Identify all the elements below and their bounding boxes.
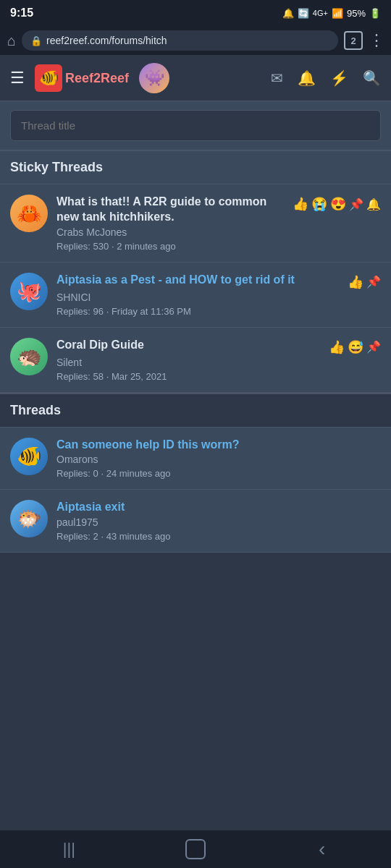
replies-label-4: Replies: [56,468,93,479]
replies-label-3: Replies: [56,371,93,382]
nav-home[interactable] [185,839,206,859]
thread-time-5: 43 minutes ago [106,531,171,542]
thread-time-4: 24 minutes ago [106,468,171,479]
dot-separator-5: · [98,531,106,542]
replies-label-1: Replies: [56,241,93,252]
thread-icons-3: 👍 😅 📌 [329,339,381,355]
replies-count-5: 2 [93,531,98,542]
thread-title-5: Aiptasia exit [56,500,381,515]
pin-icon-3: 📌 [366,340,381,354]
thread-author-4: Omarons [56,454,381,465]
thread-time-2: Friday at 11:36 PM [112,306,191,317]
browser-home-icon[interactable]: ⌂ [7,33,16,49]
alarm-icon: 🔔 [282,8,294,19]
thread-content-3: Coral Dip Guide 👍 😅 📌 Silent Replies: 58… [56,338,381,382]
thread-5[interactable]: 🐡 Aiptasia exit paul1975 Replies: 2 · 43… [0,490,391,553]
tab-count[interactable]: 2 [344,31,363,50]
dot-separator-3: · [104,371,112,382]
logo-box: 🐠 [35,64,62,92]
grin-sweat-emoji: 😅 [348,339,363,355]
header-icons: ✉ 🔔 ⚡ 🔍 [271,69,381,87]
logo-area[interactable]: 🐠 Reef2Reef [35,64,129,92]
thread-meta-2: Replies: 96 · Friday at 11:36 PM [56,306,381,317]
refresh-icon: 🔄 [298,8,309,19]
battery-icon: 🔋 [369,8,381,19]
lightning-icon[interactable]: ⚡ [330,69,348,87]
status-bar: 9:15 🔔 🔄 4G+ 📶 95% 🔋 [0,0,391,26]
thread-author-5: paul1975 [56,516,381,528]
logo-text: Reef2Reef [65,71,129,86]
thread-meta-5: Replies: 2 · 43 minutes ago [56,531,381,542]
url-text: reef2reef.com/forums/hitch [46,35,167,46]
thread-time-1: 2 minutes ago [117,241,176,252]
search-icon[interactable]: 🔍 [363,69,381,87]
thread-avatar-4: 🐠 [10,438,48,475]
thread-content-2: Aiptasia as a Pest - and HOW to get rid … [56,273,381,317]
status-time: 9:15 [10,7,33,20]
logo-fish-icon: 🐠 [39,69,59,88]
sticky-threads-title: Sticky Threads [10,160,103,174]
thread-author-3: Silent [56,357,381,368]
lock-icon: 🔒 [30,35,42,46]
heart-eyes-emoji: 😍 [330,196,346,212]
search-section [0,101,391,151]
replies-label-2: Replies: [56,306,93,317]
thread-meta-4: Replies: 0 · 24 minutes ago [56,468,381,479]
dot-separator-4: · [98,468,106,479]
replies-count-4: 0 [93,468,98,479]
replies-count-1: 530 [93,241,109,252]
dot-separator-1: · [109,241,117,252]
sticky-thread-1[interactable]: 🦀 What is that!! A R2R guide to common n… [0,184,391,263]
thread-avatar-2: 🐙 [10,273,48,310]
thread-avatar-5: 🐡 [10,500,48,537]
battery-text: 95% [347,8,366,19]
browser-bar: ⌂ 🔒 reef2reef.com/forums/hitch 2 ⋮ [0,26,391,56]
thread-content-4: Can someone help ID this worm? Omarons R… [56,438,381,480]
thread-title-1: What is that!! A R2R guide to common new… [56,195,287,225]
site-header: ☰ 🐠 Reef2Reef 👾 ✉ 🔔 ⚡ 🔍 [0,56,391,101]
thread-title-search[interactable] [10,110,381,141]
signal-bars: 📶 [332,8,343,19]
thread-author-1: Crabs McJones [56,226,381,238]
thread-author-2: SHNICI [56,292,381,303]
thread-icons-2: 👍 📌 [348,274,381,290]
pin-icon-2: 📌 [366,275,381,289]
thumbs-up-icon-2: 👍 [348,274,363,290]
user-avatar[interactable]: 👾 [139,63,169,93]
notification-bell-icon[interactable]: 🔔 [298,69,316,87]
replies-label-5: Replies: [56,531,93,542]
thumbs-up-icon: 👍 [293,196,308,212]
thread-content-5: Aiptasia exit paul1975 Replies: 2 · 43 m… [56,500,381,542]
hamburger-icon[interactable]: ☰ [10,69,25,88]
mail-icon[interactable]: ✉ [271,69,283,87]
thread-avatar-1: 🦀 [10,195,48,232]
threads-section-header: Threads [0,393,391,427]
bell-icon-1: 🔔 [366,197,381,211]
thumbs-up-icon-3: 👍 [329,339,345,355]
dot-separator-2: · [104,306,112,317]
signal-icon: 4G+ [313,9,328,17]
thread-title-2: Aiptasia as a Pest - and HOW to get rid … [56,273,342,288]
thread-title-3: Coral Dip Guide [56,338,323,353]
thread-content-1: What is that!! A R2R guide to common new… [56,195,381,252]
bottom-nav: ||| ‹ [0,830,391,868]
url-box[interactable]: 🔒 reef2reef.com/forums/hitch [22,30,338,51]
thread-icons-1: 👍 😭 😍 📌 🔔 [293,196,381,212]
nav-recent-apps[interactable]: ||| [47,833,91,865]
thread-time-3: Mar 25, 2021 [112,371,167,382]
status-icons: 🔔 🔄 4G+ 📶 95% 🔋 [282,8,381,19]
sticky-thread-2[interactable]: 🐙 Aiptasia as a Pest - and HOW to get ri… [0,263,391,328]
sticky-threads-header: Sticky Threads [0,151,391,184]
threads-title: Threads [10,403,61,417]
thread-meta-3: Replies: 58 · Mar 25, 2021 [56,371,381,382]
thread-meta-1: Replies: 530 · 2 minutes ago [56,241,381,252]
thread-title-4: Can someone help ID this worm? [56,438,381,453]
pin-icon-1: 📌 [349,197,363,211]
nav-back[interactable]: ‹ [300,833,344,865]
cry-emoji: 😭 [311,196,327,212]
sticky-thread-3[interactable]: 🦔 Coral Dip Guide 👍 😅 📌 Silent Replies: … [0,328,391,393]
browser-menu-dots[interactable]: ⋮ [369,31,384,50]
thread-4[interactable]: 🐠 Can someone help ID this worm? Omarons… [0,427,391,490]
replies-count-3: 58 [93,371,104,382]
replies-count-2: 96 [93,306,104,317]
